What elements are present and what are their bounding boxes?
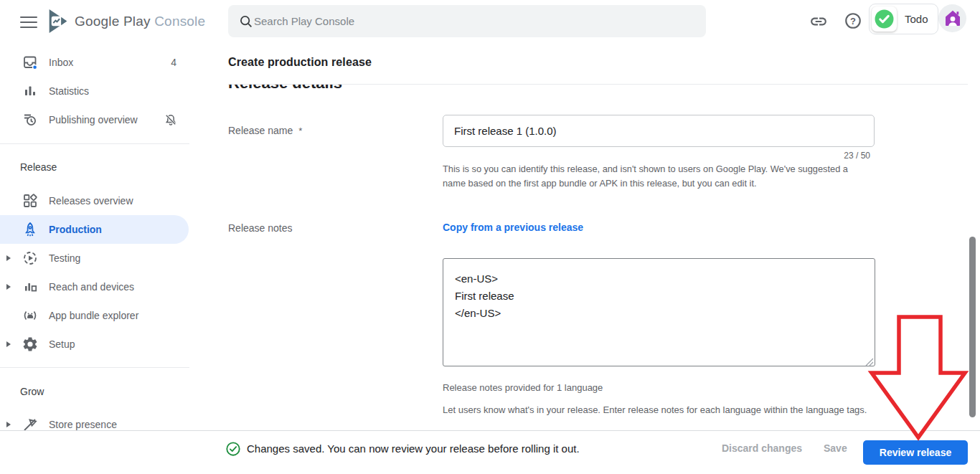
sidebar-item-label: Testing: [49, 252, 80, 264]
release-notes-textarea[interactable]: <en-US> First release </en-US>: [443, 258, 875, 366]
page-header: Create production release: [189, 43, 980, 84]
sidebar-divider: [0, 143, 189, 144]
red-arrow-annotation: [864, 310, 972, 442]
play-console-logo[interactable]: Google Play Console: [47, 8, 205, 34]
play-triangle-icon: [47, 8, 69, 34]
sidebar-section-release: Release: [20, 161, 57, 173]
page-title: Create production release: [228, 56, 372, 69]
todo-check-icon: [872, 6, 897, 32]
notes-helper-text: Let users know what's in your release. E…: [443, 404, 867, 415]
avatar-house-icon: [942, 8, 963, 29]
sidebar-item-label: Reach and devices: [49, 281, 134, 293]
sidebar-item-testing[interactable]: Testing: [0, 244, 189, 272]
expand-caret-icon[interactable]: [6, 284, 11, 290]
rocket-icon: [22, 221, 39, 238]
search-input[interactable]: [254, 15, 696, 27]
notes-provided-text: Release notes provided for 1 language: [443, 382, 603, 393]
sidebar-item-inbox[interactable]: Inbox 4: [0, 48, 189, 77]
required-asterisk: *: [298, 125, 302, 136]
sidebar-section-grow: Grow: [20, 386, 44, 397]
sidebar-item-publishing-overview[interactable]: Publishing overview: [0, 105, 189, 134]
app-bundle-icon: [22, 307, 39, 324]
release-name-helper: This is so you can identify this release…: [443, 162, 872, 191]
testing-icon: [22, 250, 39, 267]
sidebar-item-label: Statistics: [49, 85, 89, 97]
inbox-count-badge: 4: [171, 57, 176, 68]
expand-caret-icon[interactable]: [6, 422, 11, 427]
save-button[interactable]: Save: [824, 442, 847, 454]
todo-label: Todo: [905, 13, 928, 25]
notifications-off-icon: [164, 113, 178, 127]
inbox-icon: [22, 54, 39, 71]
help-icon[interactable]: ?: [844, 11, 862, 30]
header-divider: [228, 84, 968, 85]
save-status-message: Changes saved. You can now review your r…: [247, 442, 580, 455]
avatar[interactable]: [938, 4, 966, 32]
sidebar-item-label: Inbox: [49, 57, 73, 68]
sidebar-item-label: Production: [49, 224, 102, 235]
search-icon: [238, 14, 254, 29]
sidebar-item-setup[interactable]: Setup: [0, 330, 189, 359]
copy-previous-release-link[interactable]: Copy from a previous release: [443, 222, 583, 233]
search-bar[interactable]: [228, 5, 706, 37]
sidebar-item-production[interactable]: Production: [0, 215, 189, 244]
release-notes-label: Release notes: [228, 222, 293, 234]
sidebar-item-label: Store presence: [49, 419, 117, 430]
char-counter: 23 / 50: [443, 151, 870, 161]
menu-icon[interactable]: [20, 13, 37, 30]
sidebar-item-label: App bundle explorer: [49, 310, 138, 321]
svg-text:?: ?: [850, 16, 856, 27]
sidebar-divider: [0, 367, 189, 368]
sidebar: Inbox 4 Statistics Publishing: [0, 43, 189, 474]
todo-status-chip[interactable]: Todo: [869, 4, 938, 34]
sidebar-item-statistics[interactable]: Statistics: [0, 77, 189, 105]
sidebar-item-reach-and-devices[interactable]: Reach and devices: [0, 272, 189, 301]
reach-devices-icon: [22, 278, 39, 295]
release-name-input[interactable]: [443, 115, 875, 147]
gear-icon: [22, 336, 39, 353]
success-check-icon: [225, 441, 241, 457]
statistics-icon: [22, 82, 39, 100]
topbar: Google Play Console ?: [0, 0, 980, 43]
play-console-page: Inbox 4 Statistics Publishing: [0, 0, 980, 474]
expand-caret-icon[interactable]: [6, 341, 11, 347]
sidebar-item-label: Setup: [49, 338, 75, 350]
link-icon[interactable]: [809, 12, 828, 31]
releases-overview-icon: [22, 192, 39, 209]
footer-bar: Changes saved. You can now review your r…: [0, 430, 980, 474]
release-name-label: Release name*: [228, 125, 302, 136]
expand-caret-icon[interactable]: [6, 255, 11, 261]
sidebar-item-app-bundle-explorer[interactable]: App bundle explorer: [0, 301, 189, 330]
review-release-button[interactable]: Review release: [863, 440, 968, 465]
sidebar-item-releases-overview[interactable]: Releases overview: [0, 186, 189, 215]
sidebar-item-label: Publishing overview: [49, 114, 138, 125]
logo-text: Google Play Console: [75, 14, 205, 29]
discard-changes-button[interactable]: Discard changes: [722, 442, 802, 454]
sidebar-item-label: Releases overview: [49, 195, 133, 207]
publishing-overview-icon: [22, 111, 39, 128]
